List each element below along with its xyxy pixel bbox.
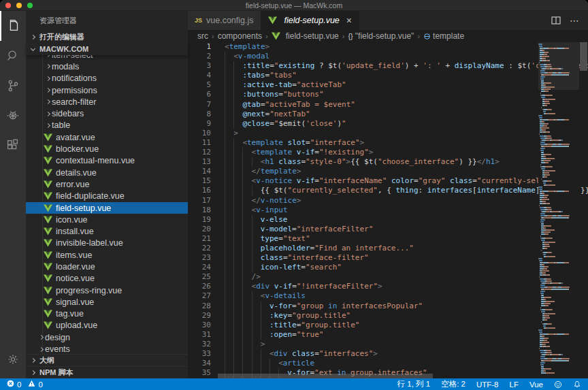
code-line-29[interactable]: 29:key="group.title"	[188, 311, 588, 321]
code-line-21[interactable]: 21type="text"	[188, 234, 588, 244]
line-number[interactable]: 5	[188, 80, 211, 90]
tree-file-invisible-label.vue[interactable]: invisible-label.vue	[26, 238, 188, 249]
tree-folder-modals[interactable]: modals	[26, 61, 188, 72]
line-number[interactable]: 13	[188, 157, 211, 167]
status-item[interactable]: UTF-8	[476, 380, 499, 389]
line-number[interactable]: 2	[188, 52, 211, 61]
code-line-9[interactable]: 9@close="$emit('close')"	[188, 119, 588, 129]
close-icon[interactable]: ×	[346, 15, 352, 26]
line-number[interactable]: 25	[188, 272, 211, 282]
line-number[interactable]: 16	[188, 186, 211, 195]
code-line-22[interactable]: 22placeholder="Find an interface..."	[188, 244, 588, 253]
code-line-15[interactable]: 15<v-notice v-if="interfaceName" color="…	[188, 176, 588, 186]
code-line-2[interactable]: 2<v-modal	[188, 52, 588, 61]
code-line-4[interactable]: 4:tabs="tabs"	[188, 71, 588, 80]
tree-folder-table[interactable]: table	[26, 120, 188, 131]
line-number[interactable]: 15	[188, 176, 211, 186]
explorer-icon[interactable]	[0, 11, 26, 41]
status-error[interactable]: 0	[7, 380, 21, 389]
tree-file-progress-ring.vue[interactable]: progress-ring.vue	[26, 285, 188, 296]
tree-folder-notifications[interactable]: notifications	[26, 73, 188, 84]
code-editor[interactable]: 1<template>2<v-modal3:title="existing ? …	[188, 42, 588, 378]
line-number[interactable]: 17	[188, 196, 211, 206]
line-number[interactable]: 9	[188, 119, 211, 129]
minimize-window-button[interactable]	[16, 3, 22, 8]
line-number[interactable]: 32	[188, 340, 211, 349]
tree-folder-events[interactable]: events	[26, 343, 188, 354]
tree-file-upload.vue[interactable]: upload.vue	[26, 320, 188, 331]
tree-file-error.vue[interactable]: error.vue	[26, 178, 188, 190]
tree-file-field-duplicate.vue[interactable]: field-duplicate.vue	[26, 191, 188, 202]
breadcrumb-item-3[interactable]: field-setup.vue	[272, 31, 339, 41]
line-number[interactable]: 6	[188, 90, 211, 99]
code-line-3[interactable]: 3:title="existing ? $t('update_field') +…	[188, 61, 588, 71]
code-line-25[interactable]: 25/>	[188, 272, 588, 282]
tree-file-contextual-menu.vue[interactable]: contextual-menu.vue	[26, 155, 188, 167]
line-number[interactable]: 1	[188, 42, 211, 52]
code-line-18[interactable]: 18<v-input	[188, 206, 588, 215]
vertical-scrollbar[interactable]	[579, 42, 588, 378]
line-number[interactable]: 29	[188, 311, 211, 321]
line-number[interactable]: 30	[188, 321, 211, 330]
code-line-16[interactable]: 16{{ $t("currently_selected", { thing: i…	[188, 186, 588, 195]
code-line-10[interactable]: 10>	[188, 129, 588, 138]
line-number[interactable]: 23	[188, 253, 211, 263]
code-line-34[interactable]: 34<article	[188, 359, 588, 368]
line-number[interactable]: 3	[188, 61, 211, 71]
debug-icon[interactable]	[0, 101, 26, 131]
tree-file-items.vue[interactable]: items.vue	[26, 249, 188, 261]
line-number[interactable]: 26	[188, 282, 211, 291]
breadcrumb-item-1[interactable]: src	[197, 31, 208, 41]
close-window-button[interactable]	[5, 3, 11, 8]
tree-file-signal.vue[interactable]: signal.vue	[26, 296, 188, 308]
status-item[interactable]: 行 1, 列 1	[397, 379, 431, 389]
code-line-28[interactable]: 28v-for="group in interfacesPopular"	[188, 302, 588, 311]
tree-file-install.vue[interactable]: install.vue	[26, 225, 188, 237]
tree-file-avatar.vue[interactable]: avatar.vue	[26, 131, 188, 143]
code-line-33[interactable]: 33<div class="interfaces">	[188, 349, 588, 359]
more-actions-icon[interactable]: ⋯	[570, 15, 580, 26]
tree-file-notice.vue[interactable]: notice.vue	[26, 273, 188, 285]
line-number[interactable]: 14	[188, 167, 211, 176]
feedback-icon[interactable]	[554, 380, 562, 389]
search-icon[interactable]	[0, 41, 26, 71]
line-number[interactable]: 4	[188, 71, 211, 80]
minimap[interactable]	[538, 42, 579, 378]
title-bar[interactable]: field-setup.vue — MacWk.com	[0, 0, 588, 11]
tree-folder-design[interactable]: design	[26, 331, 188, 343]
line-number[interactable]: 34	[188, 359, 211, 368]
line-number[interactable]: 31	[188, 330, 211, 340]
tab-vue.config.js[interactable]: JSvue.config.js	[188, 11, 261, 30]
status-item[interactable]: LF	[510, 380, 519, 389]
tree-file-blocker.vue[interactable]: blocker.vue	[26, 143, 188, 155]
horizontal-scrollbar[interactable]	[218, 374, 534, 378]
line-number[interactable]: 19	[188, 215, 211, 225]
tree-folder-sidebars[interactable]: sidebars	[26, 108, 188, 119]
code-line-27[interactable]: 27<v-details	[188, 291, 588, 301]
code-line-13[interactable]: 13<h1 class="style-0">{{ $t("choose_inte…	[188, 157, 588, 167]
extensions-icon[interactable]	[0, 131, 26, 161]
line-number[interactable]: 8	[188, 110, 211, 119]
line-number[interactable]: 18	[188, 206, 211, 215]
tree-file-icon.vue[interactable]: icon.vue	[26, 214, 188, 225]
tab-field-setup.vue[interactable]: field-setup.vue×	[261, 11, 360, 30]
line-number[interactable]: 24	[188, 263, 211, 272]
tree-file-field-setup.vue[interactable]: field-setup.vue	[26, 202, 188, 214]
code-line-26[interactable]: 26<div v-if="!interfaceFilter">	[188, 282, 588, 291]
split-editor-icon[interactable]	[551, 15, 561, 26]
code-line-7[interactable]: 7@tab="activeTab = $event"	[188, 100, 588, 110]
line-number[interactable]: 22	[188, 244, 211, 253]
line-number[interactable]: 12	[188, 148, 211, 157]
line-number[interactable]: 27	[188, 291, 211, 301]
tree-folder-permissions[interactable]: permissions	[26, 84, 188, 96]
line-number[interactable]: 33	[188, 349, 211, 359]
line-number[interactable]: 10	[188, 129, 211, 138]
status-warning[interactable]: 0	[28, 380, 42, 389]
horizontal-scrollbar-thumb[interactable]	[218, 374, 433, 378]
npm-scripts-section[interactable]: NPM 脚本	[26, 366, 188, 378]
tree-file-loader.vue[interactable]: loader.vue	[26, 261, 188, 272]
outline-section[interactable]: 大纲	[26, 354, 188, 366]
code-line-11[interactable]: 11<template slot="interface">	[188, 138, 588, 148]
maximize-window-button[interactable]	[27, 3, 33, 8]
tree-file-tag.vue[interactable]: tag.vue	[26, 308, 188, 320]
